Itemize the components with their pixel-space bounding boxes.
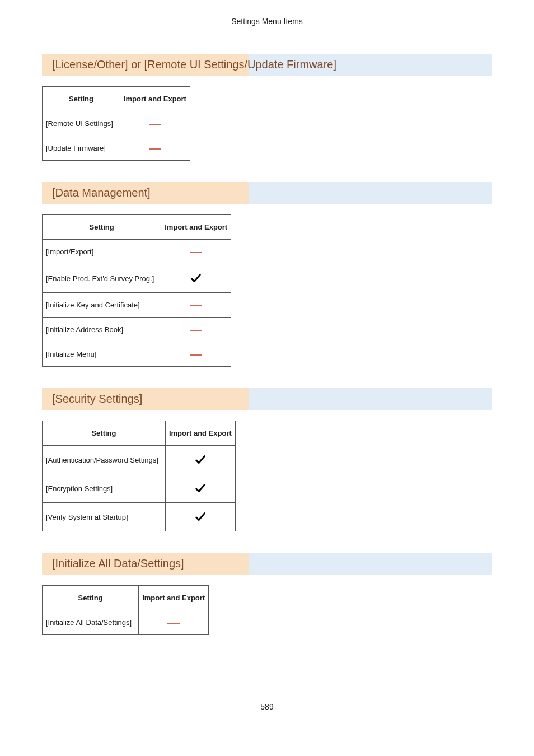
- table-row: [Update Firmware]: [43, 136, 190, 161]
- settings-section: [Security Settings]SettingImport and Exp…: [42, 388, 492, 531]
- check-icon: [194, 511, 207, 523]
- setting-label: [Update Firmware]: [43, 136, 120, 161]
- setting-label: [Verify System at Startup]: [43, 503, 166, 531]
- import-export-cell: [161, 240, 231, 264]
- check-icon: [194, 482, 207, 494]
- setting-label: [Initialize Address Book]: [43, 318, 161, 342]
- setting-label: [Authentication/Password Settings]: [43, 446, 166, 474]
- col-header-setting: Setting: [43, 87, 120, 111]
- import-export-cell: [120, 111, 190, 136]
- settings-section: [Initialize All Data/Settings]SettingImp…: [42, 553, 492, 635]
- import-export-cell: [165, 446, 235, 474]
- section-heading: [License/Other] or [Remote UI Settings/U…: [42, 54, 492, 76]
- settings-section: [License/Other] or [Remote UI Settings/U…: [42, 54, 492, 161]
- table-row: [Initialize Key and Certificate]: [43, 293, 231, 318]
- table-row: [Initialize Address Book]: [43, 318, 231, 342]
- dash-icon: [190, 354, 202, 356]
- settings-table: SettingImport and Export[Initialize All …: [42, 585, 209, 635]
- dash-icon: [149, 148, 161, 150]
- col-header-import-export: Import and Export: [165, 421, 235, 446]
- col-header-setting: Setting: [43, 215, 161, 240]
- col-header-import-export: Import and Export: [139, 586, 209, 610]
- table-row: [Initialize Menu]: [43, 342, 231, 367]
- setting-label: [Enable Prod. Ext'd Survey Prog.]: [43, 264, 161, 293]
- import-export-cell: [165, 474, 235, 503]
- settings-table: SettingImport and Export[Import/Export][…: [42, 214, 231, 367]
- dash-icon: [149, 124, 161, 125]
- col-header-setting: Setting: [43, 586, 139, 610]
- section-heading: [Initialize All Data/Settings]: [42, 553, 492, 575]
- col-header-import-export: Import and Export: [120, 87, 190, 111]
- import-export-cell: [120, 136, 190, 161]
- setting-label: [Initialize Key and Certificate]: [43, 293, 161, 318]
- setting-label: [Remote UI Settings]: [43, 111, 120, 136]
- check-icon: [190, 272, 202, 284]
- table-row: [Import/Export]: [43, 240, 231, 264]
- section-heading: [Security Settings]: [42, 388, 492, 410]
- settings-table: SettingImport and Export[Remote UI Setti…: [42, 86, 190, 161]
- table-row: [Encryption Settings]: [43, 474, 236, 503]
- dash-icon: [167, 623, 180, 624]
- section-heading: [Data Management]: [42, 182, 492, 204]
- page-number: 589: [42, 702, 492, 711]
- import-export-cell: [161, 342, 231, 367]
- dash-icon: [190, 252, 202, 253]
- setting-label: [Initialize All Data/Settings]: [43, 610, 139, 635]
- import-export-cell: [161, 264, 231, 293]
- page-header: Settings Menu Items: [42, 17, 492, 26]
- settings-table: SettingImport and Export[Authentication/…: [42, 421, 236, 531]
- import-export-cell: [161, 293, 231, 318]
- dash-icon: [190, 305, 202, 306]
- table-row: [Enable Prod. Ext'd Survey Prog.]: [43, 264, 231, 293]
- setting-label: [Initialize Menu]: [43, 342, 161, 367]
- import-export-cell: [139, 610, 209, 635]
- table-row: [Authentication/Password Settings]: [43, 446, 236, 474]
- settings-section: [Data Management]SettingImport and Expor…: [42, 182, 492, 367]
- table-row: [Initialize All Data/Settings]: [43, 610, 209, 635]
- setting-label: [Encryption Settings]: [43, 474, 166, 503]
- setting-label: [Import/Export]: [43, 240, 161, 264]
- table-row: [Remote UI Settings]: [43, 111, 190, 136]
- col-header-setting: Setting: [43, 421, 166, 446]
- import-export-cell: [161, 318, 231, 342]
- col-header-import-export: Import and Export: [161, 215, 231, 240]
- table-row: [Verify System at Startup]: [43, 503, 236, 531]
- import-export-cell: [165, 503, 235, 531]
- check-icon: [194, 454, 207, 466]
- dash-icon: [190, 330, 202, 331]
